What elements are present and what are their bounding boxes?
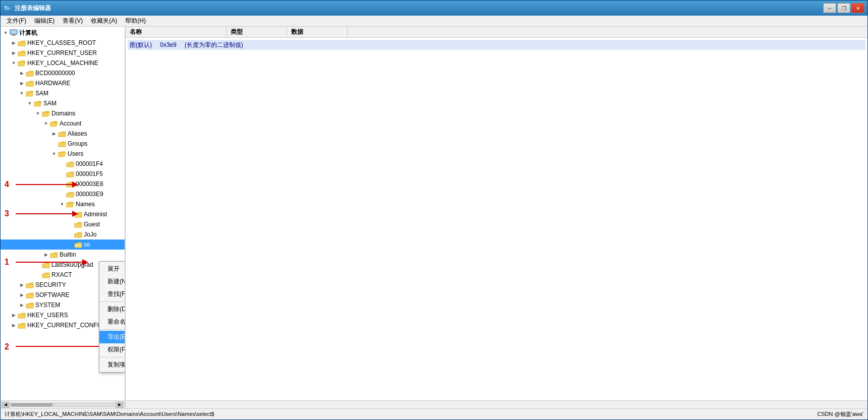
ctx-new[interactable]: 新建(N) ▶ [99, 275, 126, 288]
tree-item-guest[interactable]: Guest [1, 219, 125, 229]
expand-computer[interactable] [2, 29, 10, 37]
tree-item-sam[interactable]: SAM [1, 88, 125, 98]
minimize-button[interactable]: ─ [823, 3, 836, 13]
tree-item-hkcr[interactable]: HKEY_CLASSES_ROOT [1, 38, 125, 48]
expand-builtin[interactable] [42, 251, 50, 259]
label-domains: Domains [51, 110, 75, 117]
annotation-2: 2 [1, 338, 112, 355]
label-aliases: Aliases [68, 130, 87, 137]
ctx-sep3 [99, 357, 126, 357]
ctx-expand[interactable]: 展开 [99, 263, 126, 275]
hscrollbar-area: ◀ ▶ [1, 400, 867, 408]
computer-label: 计算机 [19, 29, 37, 37]
menu-file[interactable]: 文件(F) [3, 16, 30, 26]
reg-row-default[interactable]: 图(默认) 0x3e9 (长度为零的二进制值) [128, 40, 865, 50]
expand-bcd[interactable] [18, 69, 26, 77]
scroll-thumb[interactable] [11, 403, 52, 406]
tree-item-groups[interactable]: Groups [1, 139, 125, 149]
svg-rect-6 [12, 34, 15, 35]
label-u1f5: 000001F5 [76, 170, 103, 177]
tree-item-u1f4[interactable]: 000001F4 [1, 159, 125, 169]
main-area: 计算机 HKEY_CLASSES_ROOT [1, 27, 867, 400]
ctx-rename[interactable]: 重命名(R) [99, 316, 126, 328]
computer-icon [10, 29, 18, 36]
tree-hscroll[interactable]: ◀ ▶ [1, 401, 126, 408]
tree-item-u3e9[interactable]: 000003E9 [1, 189, 125, 199]
folder-icon-software [26, 292, 34, 298]
label-sam: SAM [35, 90, 48, 97]
close-button[interactable]: ✕ [851, 3, 864, 13]
expand-hku[interactable] [10, 311, 18, 319]
tree-item-account[interactable]: Account [1, 118, 125, 129]
status-bar: 计算机\HKEY_LOCAL_MACHINE\SAM\SAM\Domains\A… [1, 408, 867, 419]
folder-icon-jojo [74, 231, 82, 238]
tree-item-users[interactable]: Users [1, 149, 125, 159]
folder-open-icon-account [50, 121, 58, 127]
ctx-sep2 [99, 329, 126, 330]
label-software: SOFTWARE [35, 291, 70, 298]
ctx-delete[interactable]: 删除(D) [99, 303, 126, 316]
menu-help[interactable]: 帮助(H) [121, 16, 150, 26]
folder-icon-guest [74, 221, 82, 228]
expand-account[interactable] [42, 119, 50, 128]
restore-button[interactable]: ❐ [837, 3, 850, 13]
expand-security[interactable] [18, 281, 26, 289]
window-title: 注册表编辑器 [15, 4, 51, 13]
expand-aliases[interactable] [50, 130, 58, 138]
tree-item-builtin[interactable]: Builtin [1, 250, 125, 260]
menu-view[interactable]: 查看(V) [59, 16, 87, 26]
tree-item-hkcu[interactable]: HKEY_CURRENT_USER [1, 48, 125, 58]
menu-edit[interactable]: 编辑(E) [30, 16, 59, 26]
tree-root[interactable]: 计算机 [1, 28, 125, 38]
expand-software[interactable] [18, 291, 26, 299]
expand-hkcr[interactable] [10, 39, 18, 47]
app-icon [4, 4, 12, 12]
folder-icon-u1f5 [66, 171, 74, 177]
expand-hkcc[interactable] [10, 321, 18, 329]
expand-domains[interactable] [34, 109, 42, 117]
folder-icon-select [74, 242, 82, 248]
ctx-export[interactable]: 导出(E) [99, 331, 126, 343]
tree-item-jojo[interactable]: JoJo [1, 229, 125, 239]
scroll-left[interactable]: ◀ [2, 402, 10, 408]
label-u1f4: 000001F4 [76, 160, 103, 167]
label-administ: Administ [84, 211, 107, 218]
expand-sam2[interactable] [26, 99, 34, 107]
tree-item-bcd[interactable]: BCD00000000 [1, 68, 125, 78]
expand-names[interactable] [58, 200, 66, 208]
expand-hkcu[interactable] [10, 49, 18, 57]
tree-item-select[interactable]: se [1, 239, 125, 250]
tree-item-domains[interactable]: Domains [1, 108, 125, 118]
ctx-permissions[interactable]: 权限(P)... [99, 343, 126, 356]
tree-item-names[interactable]: Names [1, 199, 125, 209]
menu-favorites[interactable]: 收藏夹(A) [87, 16, 121, 26]
tree-item-sam2[interactable]: SAM [1, 98, 125, 108]
tree-item-u3e8[interactable]: 000003E8 [1, 179, 125, 189]
tree-item-aliases[interactable]: Aliases [1, 129, 125, 139]
folder-icon-security [26, 282, 34, 288]
folder-open-icon-sam2 [34, 100, 42, 107]
expand-users[interactable] [50, 150, 58, 158]
folder-icon-hkcr [18, 40, 26, 46]
expand-hklm[interactable] [10, 59, 18, 67]
tree-item-administ[interactable]: Administ [1, 209, 125, 219]
svg-text:2: 2 [5, 342, 9, 351]
expand-hardware[interactable] [18, 79, 26, 87]
folder-icon-u3e8 [66, 181, 74, 188]
scroll-track[interactable] [11, 403, 115, 407]
reg-type: 0x3e9 [160, 41, 177, 48]
tree-item-hardware[interactable]: HARDWARE [1, 78, 125, 88]
tree-item-hklm[interactable]: HKEY_LOCAL_MACHINE [1, 58, 125, 68]
folder-icon-hardware [26, 80, 34, 87]
scroll-right[interactable]: ▶ [116, 402, 124, 408]
expand-system[interactable] [18, 301, 26, 309]
ctx-copy-name[interactable]: 复制项名称(C) [99, 358, 126, 371]
svg-rect-2 [5, 8, 11, 9]
ctx-sep1 [99, 302, 126, 302]
tree-panel[interactable]: 计算机 HKEY_CLASSES_ROOT [1, 27, 126, 400]
tree-item-u1f5[interactable]: 000001F5 [1, 169, 125, 179]
folder-icon-builtin [50, 252, 58, 258]
expand-sam[interactable] [18, 89, 26, 97]
label-guest: Guest [84, 221, 100, 228]
ctx-find[interactable]: 查找(F)... [99, 288, 126, 301]
